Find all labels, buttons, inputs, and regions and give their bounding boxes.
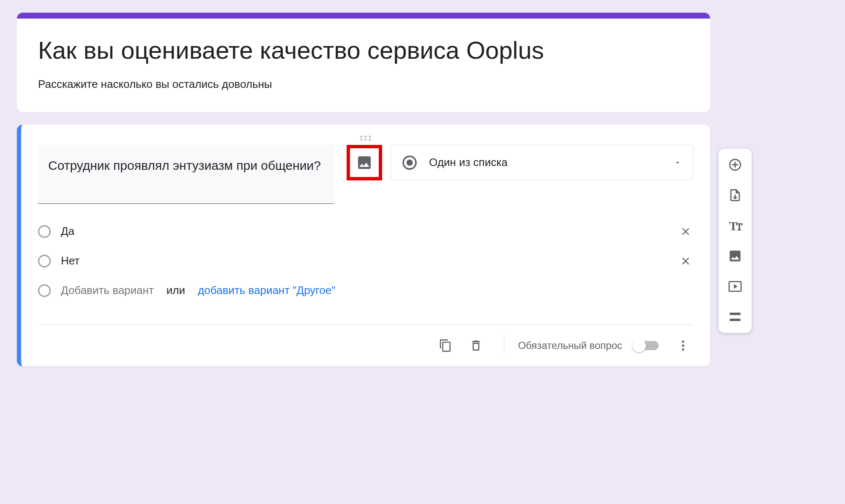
plus-circle-icon [728,158,742,172]
radio-icon [38,255,51,267]
trash-icon [469,339,483,352]
more-vert-icon [676,339,690,352]
option-row: Да [38,217,693,246]
more-options-button[interactable] [673,335,693,356]
section-icon [728,310,742,324]
copy-icon [439,339,452,352]
required-label: Обязательный вопрос [518,340,622,351]
image-icon [728,249,742,263]
radio-icon [38,284,51,297]
add-question-button[interactable] [727,156,744,173]
svg-point-5 [369,139,371,141]
svg-point-4 [365,139,367,141]
question-type-select[interactable]: Один из списка [391,145,693,180]
option-input[interactable]: Да [61,225,668,238]
svg-point-9 [682,344,684,346]
radio-icon [402,155,417,170]
chevron-down-icon [673,158,682,167]
delete-button[interactable] [466,335,486,356]
form-description[interactable]: Расскажите насколько вы остались довольн… [38,78,689,91]
add-section-button[interactable] [727,308,744,325]
svg-point-1 [365,135,367,137]
import-icon [728,188,742,202]
add-image-button[interactable] [347,145,382,180]
option-row: Нет [38,246,693,276]
svg-point-8 [682,341,684,343]
add-option-button[interactable]: Добавить вариант [61,284,154,297]
options-list: Да Нет Добавить вариант или добавить вар… [38,217,693,305]
add-separator-text: или [167,284,185,297]
add-other-button[interactable]: добавить вариант "Другое" [198,284,335,297]
question-card: Сотрудник проявлял энтузиазм при общении… [17,125,710,366]
option-input[interactable]: Нет [61,254,668,267]
question-title-input[interactable]: Сотрудник проявлял энтузиазм при общении… [38,145,334,204]
remove-option-button[interactable] [678,253,693,269]
remove-option-button[interactable] [678,224,693,239]
question-footer: Обязательный вопрос [38,324,693,356]
image-icon [356,154,373,171]
question-type-label: Один из списка [429,156,662,169]
form-title[interactable]: Как вы оцениваете качество сервиса Ooplu… [38,35,689,65]
text-icon: Tᴛ [729,218,741,233]
radio-icon [38,225,51,238]
divider [504,336,505,355]
video-icon [728,279,742,294]
add-title-button[interactable]: Tᴛ [727,217,744,234]
close-icon [680,255,692,267]
form-header-card: Как вы оцениваете качество сервиса Ooplu… [17,13,710,112]
svg-point-0 [361,135,363,137]
drag-handle-icon[interactable] [38,133,693,145]
required-toggle[interactable] [633,341,659,350]
add-option-row: Добавить вариант или добавить вариант "Д… [38,276,693,305]
close-icon [680,226,692,237]
svg-point-7 [407,159,413,166]
duplicate-button[interactable] [435,335,456,356]
svg-point-3 [361,139,363,141]
question-title-text: Сотрудник проявлял энтузиазм при общении… [48,157,324,174]
import-questions-button[interactable] [727,187,744,204]
svg-point-2 [369,135,371,137]
side-toolbar: Tᴛ [719,149,752,333]
svg-point-10 [682,348,684,350]
add-image-button-toolbar[interactable] [727,248,744,264]
add-video-button[interactable] [727,278,744,295]
